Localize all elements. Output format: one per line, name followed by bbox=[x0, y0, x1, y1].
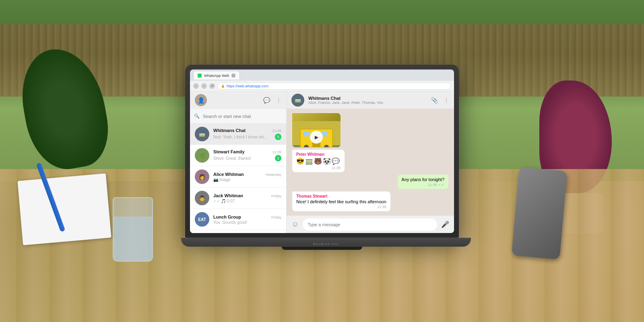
refresh-button[interactable]: ↺ bbox=[209, 83, 215, 89]
whatsapp-tab[interactable]: WhatsApp Web × bbox=[193, 71, 240, 80]
chat-name-row-jack: Jack Whitman Friday bbox=[213, 193, 281, 198]
new-chat-icon[interactable]: 💬 bbox=[263, 97, 270, 103]
chat-time-stewart: 11:39 bbox=[272, 150, 281, 154]
msg-time-thomas: 11:39 bbox=[296, 205, 386, 209]
chat-item-lunch[interactable]: EAT Lunch Group Friday You: Sounds good! bbox=[190, 209, 286, 230]
browser-nav-bar: ‹ › ↺ 🔒 https://web.whatsapp.com bbox=[190, 81, 454, 91]
chat-preview-stewart: Steve: Great, thanks! bbox=[213, 156, 251, 160]
chat-header: 🚃 Whitmans Chat Alice, Francis, Jack, Ja… bbox=[287, 91, 454, 109]
chat-menu-icon[interactable]: ⋮ bbox=[444, 97, 449, 103]
chat-item-stewart[interactable]: 🌿 Stewart Family 11:39 Steve: Great, tha… bbox=[190, 145, 286, 166]
chat-name-alice: Alice Whitman bbox=[213, 171, 244, 176]
message-input[interactable] bbox=[303, 218, 437, 230]
chat-info-whitmans: Whitmans Chat 11:45 Ned: Yeah, I think I… bbox=[213, 128, 281, 140]
macbook-label: MacBook Pro bbox=[313, 243, 339, 246]
chat-name-whitmans: Whitmans Chat bbox=[213, 128, 246, 133]
unread-badge-stewart: 1 bbox=[275, 155, 281, 161]
address-bar[interactable]: 🔒 https://web.whatsapp.com bbox=[217, 82, 451, 89]
chat-name-row-alice: Alice Whitman Yesterday bbox=[213, 171, 281, 176]
play-button[interactable]: ▶ bbox=[310, 131, 323, 144]
chat-preview-alice: 📷 Image bbox=[213, 177, 231, 182]
chat-panel: 🚃 Whitmans Chat Alice, Francis, Jack, Ja… bbox=[287, 91, 454, 233]
chat-list-panel: 👤 💬 ⋮ 🔍 bbox=[190, 91, 287, 233]
own-avatar-emoji: 👤 bbox=[198, 97, 204, 103]
browser-tab-bar: WhatsApp Web × bbox=[190, 70, 454, 81]
messages-area: ▶ How cool is that! 11:38 Peter Whitman … bbox=[287, 109, 454, 215]
tab-label: WhatsApp Web bbox=[204, 73, 229, 77]
chat-list-header: 👤 💬 ⋮ bbox=[190, 91, 286, 109]
chat-name-row-stewart: Stewart Family 11:39 bbox=[213, 149, 281, 154]
laptop: WhatsApp Web × ‹ › ↺ 🔒 https://web.whats… bbox=[181, 65, 463, 250]
chat-name-jack: Jack Whitman bbox=[213, 193, 243, 198]
water bbox=[114, 217, 152, 261]
tab-favicon bbox=[198, 73, 202, 77]
chat-name-lunch: Lunch Group bbox=[213, 214, 241, 219]
chat-avatar-alice: 👩 bbox=[195, 169, 209, 184]
microphone-button[interactable]: 🎤 bbox=[441, 221, 449, 228]
sent-text: Any plans for tonight? bbox=[402, 177, 444, 182]
paperclip-icon[interactable]: 📎 bbox=[431, 97, 438, 103]
lock-icon: 🔒 bbox=[221, 84, 225, 88]
tab-close-button[interactable]: × bbox=[231, 73, 235, 77]
group-name: Whitmans Chat bbox=[308, 95, 427, 100]
emoji-picker-button[interactable]: ☺ bbox=[291, 220, 299, 229]
menu-icon[interactable]: ⋮ bbox=[276, 97, 281, 103]
search-icon: 🔍 bbox=[194, 114, 200, 119]
browser-window: WhatsApp Web × ‹ › ↺ 🔒 https://web.whats… bbox=[190, 70, 454, 233]
svg-rect-3 bbox=[303, 132, 310, 136]
tab-list: WhatsApp Web × bbox=[193, 70, 240, 81]
own-avatar[interactable]: 👤 bbox=[195, 94, 207, 106]
msg-time-sent: 11:39 ✓✓ bbox=[402, 183, 444, 187]
chat-name-row: Whitmans Chat 11:45 bbox=[213, 128, 281, 133]
chat-time-alice: Yesterday bbox=[265, 172, 281, 176]
thomas-text: Nice! I definitely feel like surfing thi… bbox=[296, 199, 386, 204]
chat-preview-row-stewart: Steve: Great, thanks! 1 bbox=[213, 155, 281, 161]
chat-time-jack: Friday bbox=[271, 194, 281, 198]
ticks: ✓✓ bbox=[438, 183, 444, 187]
laptop-screen: WhatsApp Web × ‹ › ↺ 🔒 https://web.whats… bbox=[185, 65, 459, 238]
chat-time-lunch: Friday bbox=[271, 215, 281, 219]
chat-header-icons: 📎 ⋮ bbox=[431, 97, 449, 103]
water-glass bbox=[113, 197, 153, 262]
emoji-content: 😎🚃🐻🐼💬 bbox=[296, 157, 341, 165]
message-sent-plans: Any plans for tonight? 11:39 ✓✓ bbox=[398, 175, 448, 189]
chat-info-lunch: Lunch Group Friday You: Sounds good! bbox=[213, 214, 281, 224]
chat-item-jack[interactable]: 👨 Jack Whitman Friday ✓✓ 🎵 0:07 bbox=[190, 188, 286, 209]
search-bar: 🔍 bbox=[190, 109, 286, 124]
forward-button[interactable]: › bbox=[201, 83, 207, 89]
url-text: https://web.whatsapp.com bbox=[227, 84, 268, 88]
chat-name-stewart: Stewart Family bbox=[213, 149, 245, 154]
message-peter-emoji: Peter Whitman 😎🚃🐻🐼💬 11:38 bbox=[292, 150, 345, 172]
back-button[interactable]: ‹ bbox=[193, 83, 199, 89]
chat-preview-row-jack: ✓✓ 🎵 0:07 bbox=[213, 198, 281, 203]
search-input[interactable] bbox=[203, 114, 282, 118]
phone bbox=[512, 167, 568, 260]
chat-item-jane[interactable]: 👱 Jane Pearson Friday bbox=[190, 230, 286, 233]
message-thomas: Thomas Stewart Nice! I definitely feel l… bbox=[292, 192, 390, 211]
chat-preview-jack: ✓✓ 🎵 0:07 bbox=[213, 198, 235, 203]
chat-avatar-whitmans: 🚃 bbox=[195, 127, 209, 141]
chat-list: 🚃 Whitmans Chat 11:45 Ned: Yeah, I think… bbox=[190, 124, 286, 233]
chat-name-row-lunch: Lunch Group Friday bbox=[213, 214, 281, 219]
chat-header-avatar[interactable]: 🚃 bbox=[291, 93, 304, 106]
sender-name-thomas: Thomas Stewart bbox=[296, 194, 386, 198]
chat-input-bar: ☺ 🎤 bbox=[287, 215, 454, 233]
chat-preview-row-alice: 📷 Image bbox=[213, 177, 281, 182]
unread-badge-whitmans: 5 bbox=[275, 134, 281, 140]
group-members: Alice, Francis, Jack, Jane, Peter, Thoma… bbox=[308, 100, 427, 104]
laptop-hinge bbox=[282, 247, 362, 250]
chat-item-alice[interactable]: 👩 Alice Whitman Yesterday 📷 Image bbox=[190, 166, 286, 188]
chat-info-stewart: Stewart Family 11:39 Steve: Great, thank… bbox=[213, 149, 281, 161]
chat-avatar-lunch: EAT bbox=[195, 212, 209, 227]
chat-preview-whitmans: Ned: Yeah, I think I know what y... bbox=[213, 134, 270, 139]
msg-time-peter: 11:38 bbox=[296, 166, 341, 170]
chat-info-alice: Alice Whitman Yesterday 📷 Image bbox=[213, 171, 281, 182]
chat-avatar-stewart: 🌿 bbox=[195, 148, 209, 163]
chat-info-jack: Jack Whitman Friday ✓✓ 🎵 0:07 bbox=[213, 193, 281, 203]
chat-preview-row-lunch: You: Sounds good! bbox=[213, 220, 281, 224]
header-icons: 💬 ⋮ bbox=[263, 97, 281, 103]
chat-item-whitmans[interactable]: 🚃 Whitmans Chat 11:45 Ned: Yeah, I think… bbox=[190, 124, 286, 145]
chat-time-whitmans: 11:45 bbox=[272, 129, 281, 133]
chat-header-info: Whitmans Chat Alice, Francis, Jack, Jane… bbox=[308, 95, 427, 104]
video-message[interactable]: ▶ How cool is that! 11:38 bbox=[292, 113, 341, 147]
